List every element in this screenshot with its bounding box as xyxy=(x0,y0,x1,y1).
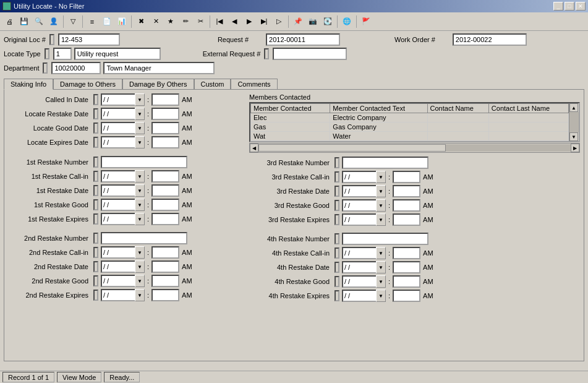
globe-button[interactable]: 🌐 xyxy=(340,15,354,28)
print-button[interactable]: 🖨 xyxy=(2,15,16,28)
restake-4-good-dropdown[interactable]: ▼ xyxy=(376,275,386,288)
locate-type-num-input[interactable] xyxy=(53,48,72,60)
locate-good-date-input[interactable] xyxy=(101,122,135,134)
delete-button[interactable]: ✕ xyxy=(149,15,163,28)
restake-2-callin-time-input[interactable] xyxy=(151,246,179,259)
external-request-input[interactable] xyxy=(273,48,347,60)
locate-type-text-input[interactable] xyxy=(74,48,161,60)
restake-3-expires-dropdown[interactable]: ▼ xyxy=(376,213,386,226)
locate-restake-time-input[interactable] xyxy=(151,108,179,120)
work-order-input[interactable] xyxy=(453,33,527,46)
tab-comments[interactable]: Comments xyxy=(231,79,277,90)
save-button[interactable]: 💾 xyxy=(17,15,31,28)
restake-2-good-dropdown[interactable]: ▼ xyxy=(135,275,145,287)
restake-2-number-input[interactable] xyxy=(101,232,187,244)
restake-1-good-date-input[interactable] xyxy=(101,199,135,211)
restake-3-good-date-input[interactable] xyxy=(342,199,376,212)
edit-button[interactable]: ✏ xyxy=(179,15,192,28)
view-button[interactable]: ≡ xyxy=(85,15,99,28)
restake-1-callin-time-input[interactable] xyxy=(151,170,179,183)
restake-3-date-time-input[interactable] xyxy=(393,185,420,197)
restake-3-good-time-input[interactable] xyxy=(393,199,420,212)
restake-4-good-time-input[interactable] xyxy=(393,275,420,288)
nav-first-button[interactable]: |◀ xyxy=(213,15,226,28)
locate-good-date-dropdown[interactable]: ▼ xyxy=(135,122,145,134)
restake-1-expires-time-input[interactable] xyxy=(151,213,179,225)
locate-expires-date-input[interactable] xyxy=(101,136,135,148)
restake-2-expires-date-input[interactable] xyxy=(101,289,135,301)
restake-4-date-time-input[interactable] xyxy=(393,261,420,273)
restake-1-callin-date-input[interactable] xyxy=(101,170,135,183)
restake-1-number-input[interactable] xyxy=(101,156,187,168)
tab-damage-by-others[interactable]: Damage By Others xyxy=(122,79,194,90)
locate-expires-time-input[interactable] xyxy=(151,136,179,148)
restake-1-good-time-input[interactable] xyxy=(151,199,179,211)
restake-2-date-dropdown[interactable]: ▼ xyxy=(135,260,145,273)
restake-4-expires-time-input[interactable] xyxy=(393,290,420,302)
restake-2-expires-time-input[interactable] xyxy=(151,289,179,301)
restake-4-number-input[interactable] xyxy=(342,233,428,245)
restake-2-good-time-input[interactable] xyxy=(151,275,179,287)
called-in-date-dropdown[interactable]: ▼ xyxy=(135,93,145,106)
disk-button[interactable]: 💽 xyxy=(321,15,334,28)
restake-1-expires-date-input[interactable] xyxy=(101,213,135,225)
restake-2-good-date-input[interactable] xyxy=(101,275,135,287)
restake-4-callin-date-input[interactable] xyxy=(342,247,376,259)
locate-restake-date-input[interactable] xyxy=(101,108,135,120)
restake-4-callin-dropdown[interactable]: ▼ xyxy=(376,247,386,259)
restake-3-expires-date-input[interactable] xyxy=(342,213,376,226)
department-name-input[interactable] xyxy=(103,62,215,74)
restake-4-expires-date-input[interactable] xyxy=(342,290,376,302)
restake-3-date-dropdown[interactable]: ▼ xyxy=(376,185,386,197)
flag-button[interactable]: 🚩 xyxy=(359,15,373,28)
restake-2-date-input[interactable] xyxy=(101,260,135,273)
restake-1-expires-dropdown[interactable]: ▼ xyxy=(135,213,145,225)
filter-button[interactable]: ▽ xyxy=(66,15,80,28)
locate-good-time-input[interactable] xyxy=(151,122,179,134)
report-button[interactable]: 📄 xyxy=(100,15,114,28)
camera-button[interactable]: 📷 xyxy=(306,15,320,28)
tab-staking-info[interactable]: Staking Info xyxy=(4,79,53,90)
restake-2-expires-dropdown[interactable]: ▼ xyxy=(135,289,145,301)
tab-damage-others[interactable]: Damage to Others xyxy=(53,79,122,90)
tab-custom[interactable]: Custom xyxy=(194,79,231,90)
scroll-right-btn[interactable]: ▶ xyxy=(571,144,579,152)
restake-3-good-dropdown[interactable]: ▼ xyxy=(376,199,386,212)
maximize-button[interactable]: □ xyxy=(565,2,574,11)
scroll-left-btn[interactable]: ◀ xyxy=(250,144,258,152)
close-button[interactable]: ✕ xyxy=(576,2,586,11)
restake-1-date-time-input[interactable] xyxy=(151,184,179,197)
restake-4-good-date-input[interactable] xyxy=(342,275,376,288)
restake-2-callin-date-input[interactable] xyxy=(101,246,135,259)
restake-3-callin-time-input[interactable] xyxy=(393,171,420,183)
restake-1-callin-dropdown[interactable]: ▼ xyxy=(135,170,145,183)
restake-4-expires-dropdown[interactable]: ▼ xyxy=(376,290,386,302)
scissors-button[interactable]: ✂ xyxy=(194,15,207,28)
restake-3-date-input[interactable] xyxy=(342,185,376,197)
restake-3-expires-time-input[interactable] xyxy=(393,213,420,226)
nav-last-button[interactable]: ▶| xyxy=(257,15,271,28)
called-in-time-input[interactable] xyxy=(151,93,179,106)
locate-restake-date-dropdown[interactable]: ▼ xyxy=(135,108,145,120)
search-button[interactable]: 🔍 xyxy=(32,15,46,28)
request-input[interactable] xyxy=(266,33,340,46)
restake-2-date-time-input[interactable] xyxy=(151,260,179,273)
nav-new-button[interactable]: ▷ xyxy=(272,15,286,28)
restake-3-callin-date-input[interactable] xyxy=(342,171,376,183)
restake-3-number-input[interactable] xyxy=(342,157,428,169)
restake-4-date-input[interactable] xyxy=(342,261,376,273)
restake-2-callin-dropdown[interactable]: ▼ xyxy=(135,246,145,259)
users-button[interactable]: 👤 xyxy=(47,15,61,28)
scroll-up-btn[interactable]: ▲ xyxy=(569,103,578,112)
locate-expires-date-dropdown[interactable]: ▼ xyxy=(135,136,145,148)
scroll-down-btn[interactable]: ▼ xyxy=(569,132,578,141)
original-loc-input[interactable] xyxy=(58,33,120,46)
called-in-date-input[interactable] xyxy=(101,93,135,106)
restake-4-callin-time-input[interactable] xyxy=(393,247,420,259)
restake-1-date-input[interactable] xyxy=(101,184,135,197)
pin-button[interactable]: 📌 xyxy=(291,15,305,28)
restake-1-good-dropdown[interactable]: ▼ xyxy=(135,199,145,211)
star-button[interactable]: ★ xyxy=(164,15,177,28)
department-num-input[interactable] xyxy=(51,62,101,74)
nav-next-button[interactable]: ▶ xyxy=(242,15,256,28)
